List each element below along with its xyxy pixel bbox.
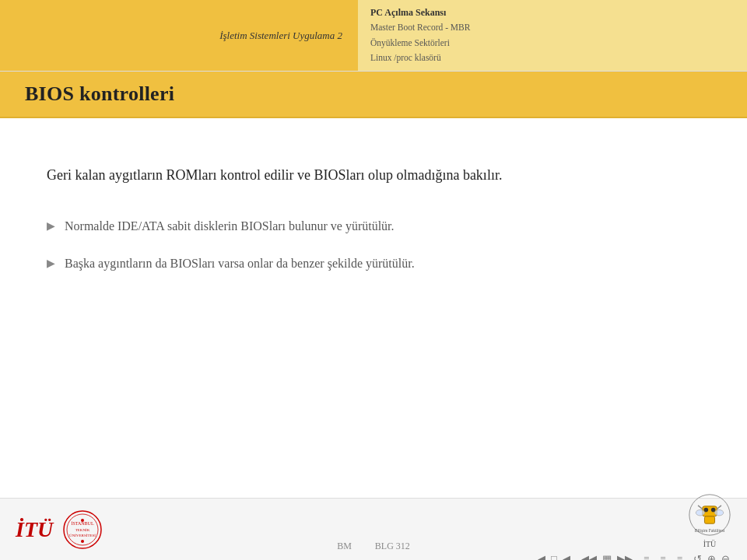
svg-line-13: [717, 506, 721, 509]
nav-search[interactable]: ⊕: [706, 553, 717, 560]
footer-logo-left: İSTANBUL TEKNİK ÜNİVERSİTESİ: [62, 509, 103, 550]
footer: İTÜ İSTANBUL TEKNİK ÜNİVERSİTESİ BM BLG …: [0, 498, 747, 560]
svg-rect-9: [704, 516, 714, 523]
footer-center: BM BLG 312: [337, 541, 410, 552]
svg-point-5: [81, 519, 84, 522]
course-title: İşletim Sistemleri Uygulama 2: [219, 30, 342, 42]
nav-undo[interactable]: ↺: [692, 553, 703, 560]
main-paragraph: Geri kalan aygıtların ROMları kontrol ed…: [47, 165, 708, 186]
header-right: PC Açılma Sekansı Master Boot Record - M…: [358, 0, 747, 71]
footer-left-group: İTÜ İSTANBUL TEKNİK ÜNİVERSİTESİ: [16, 509, 103, 550]
header-left: İşletim Sistemleri Uygulama 2: [0, 0, 358, 71]
footer-logo-right: Bilişim Fakültesi: [688, 493, 731, 537]
bullet-arrow-2: ▶: [47, 255, 55, 271]
nav-grid[interactable]: ▦: [601, 553, 613, 560]
nav-items: Master Boot Record - MBR Önyükleme Sektö…: [370, 20, 735, 66]
nav-section-next[interactable]: ▶▶: [615, 553, 634, 560]
svg-point-15: [715, 509, 724, 515]
nav-item-2: Önyükleme Sektörleri: [370, 38, 450, 47]
bullet-arrow-1: ▶: [47, 218, 55, 234]
title-section: BIOS kontrolleri: [0, 72, 747, 118]
footer-right-group: Bilişim Fakültesi İTÜ: [688, 493, 731, 548]
svg-text:ÜNİVERSİTESİ: ÜNİVERSİTESİ: [69, 534, 96, 537]
svg-text:Bilişim Fakültesi: Bilişim Fakültesi: [695, 528, 725, 533]
nav-item-1: Master Boot Record - MBR: [370, 23, 470, 32]
bullet-item-2: ▶ Başka aygıntların da BIOSları varsa on…: [47, 254, 708, 273]
nav-box[interactable]: □: [549, 553, 559, 560]
nav-section-prev[interactable]: ◀◀: [580, 553, 598, 560]
nav-zoom[interactable]: ⊖: [720, 553, 731, 560]
main-content: Geri kalan aygıtların ROMları kontrol ed…: [0, 118, 747, 307]
nav-item-3: Linux /proc klasörü: [370, 53, 441, 62]
nav-list2[interactable]: ≡: [658, 553, 667, 560]
footer-itu-text: İTÜ: [16, 517, 53, 542]
footer-right-itu-label: İTÜ: [703, 540, 717, 548]
footer-bm: BM: [337, 541, 352, 552]
nav-list1[interactable]: ≡: [642, 553, 651, 560]
bullet-text-1: Normalde IDE/ATA sabit disklerin BIOSlar…: [65, 217, 395, 236]
svg-point-6: [81, 540, 84, 543]
bullet-item-1: ▶ Normalde IDE/ATA sabit disklerin BIOSl…: [47, 217, 708, 236]
nav-menu[interactable]: ≡: [675, 553, 684, 560]
svg-point-10: [704, 508, 709, 513]
beamer-nav[interactable]: ◀ □ ◀ ◀◀ ▦ ▶▶ ≡ ≡ ≡ ↺ ⊕ ⊖: [536, 553, 731, 560]
svg-line-12: [698, 506, 703, 509]
footer-blg: BLG 312: [375, 541, 410, 552]
svg-point-11: [711, 508, 716, 513]
nav-first[interactable]: ◀: [536, 553, 547, 560]
svg-point-14: [696, 509, 704, 515]
page-title: BIOS kontrolleri: [25, 82, 722, 106]
nav-title: PC Açılma Sekansı: [370, 5, 735, 20]
header-bar: İşletim Sistemleri Uygulama 2 PC Açılma …: [0, 0, 747, 72]
nav-prev[interactable]: ◀: [561, 553, 572, 560]
bullet-text-2: Başka aygıntların da BIOSları varsa onla…: [65, 254, 415, 273]
svg-text:TEKNİK: TEKNİK: [75, 528, 90, 532]
